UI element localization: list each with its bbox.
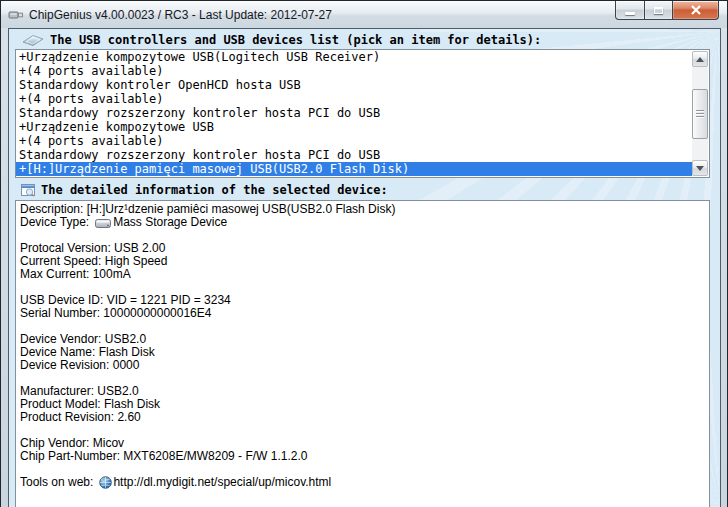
detail-line-blank: [20, 320, 709, 333]
list-item[interactable]: Standardowy rozszerzony kontroler hosta …: [16, 148, 692, 162]
globe-icon: [99, 476, 112, 489]
client-area: The USB controllers and USB devices list…: [8, 28, 721, 507]
arrow-up-icon: [696, 57, 704, 62]
maximize-button[interactable]: [645, 1, 673, 20]
usb-device-list[interactable]: +Urządzenie kompozytowe USB(Logitech USB…: [15, 49, 710, 178]
list-section-title: The USB controllers and USB devices list…: [50, 33, 541, 47]
detail-line-current-speed: Current Speed: High Speed: [20, 255, 709, 268]
scroll-down-button[interactable]: [692, 160, 708, 176]
detail-line-tools-on-web: Tools on web: http://dl.mydigit.net/spec: [20, 476, 709, 489]
chipgenius-window: ChipGenius v4.00.0023 / RC3 - Last Updat…: [0, 0, 728, 507]
list-section-header: The USB controllers and USB devices list…: [21, 33, 541, 47]
detail-line-device-revision: Device Revision: 0000: [20, 359, 709, 372]
detail-line-blank: [20, 281, 709, 294]
detail-line-protocol-version: Protocal Version: USB 2.00: [20, 242, 709, 255]
detail-line-blank: [20, 372, 709, 385]
minimize-icon: [625, 12, 635, 15]
minimize-button[interactable]: [615, 1, 645, 20]
scroll-up-button[interactable]: [692, 51, 708, 67]
detail-line-max-current: Max Current: 100mA: [20, 268, 709, 281]
detail-line-chip-vendor: Chip Vendor: Micov: [20, 437, 709, 450]
detail-line-blank: [20, 229, 709, 242]
maximize-icon: [654, 7, 663, 14]
list-item[interactable]: +(4 ports available): [16, 64, 692, 78]
detail-section-header: The detailed information of the selected…: [21, 183, 388, 197]
detail-line-serial-number: Serial Number: 10000000000016E4: [20, 307, 709, 320]
window-title: ChipGenius v4.00.0023 / RC3 - Last Updat…: [29, 8, 332, 22]
titlebar[interactable]: ChipGenius v4.00.0023 / RC3 - Last Updat…: [1, 1, 727, 28]
detail-line-device-name: Device Name: Flash Disk: [20, 346, 709, 359]
list-item[interactable]: +(4 ports available): [16, 92, 692, 106]
window-search-icon: [21, 184, 36, 197]
detail-line-product-revision: Product Revision: 2.60: [20, 411, 709, 424]
window-controls: [615, 1, 719, 20]
list-item[interactable]: +Urządzenie kompozytowe USB(Logitech USB…: [16, 50, 692, 64]
detail-line-blank: [20, 424, 709, 437]
detail-line-description: Description: [H:]Urz¹dzenie pamiêci maso…: [20, 203, 709, 216]
detail-line-usb-device-id: USB Device ID: VID = 1221 PID = 3234: [20, 294, 709, 307]
close-icon: [690, 1, 702, 19]
arrow-down-icon: [696, 166, 704, 171]
detail-line-chip-part-number: Chip Part-Number: MXT6208E/MW8209 - F/W …: [20, 450, 709, 463]
device-type-label: Device Type:: [20, 216, 89, 229]
detail-line-product-model: Product Model: Flash Disk: [20, 398, 709, 411]
detail-line-device-type: Device Type: Mass Storage Device: [20, 216, 709, 229]
device-details-panel: Description: [H:]Urz¹dzenie pamiêci maso…: [15, 200, 710, 507]
close-button[interactable]: [673, 1, 719, 20]
list-item[interactable]: Standardowy kontroler OpenHCD hosta USB: [16, 78, 692, 92]
detail-line-device-vendor: Device Vendor: USB2.0: [20, 333, 709, 346]
list-rows: +Urządzenie kompozytowe USB(Logitech USB…: [16, 50, 692, 177]
tools-label: Tools on web:: [20, 476, 93, 489]
list-item[interactable]: Standardowy rozszerzony kontroler hosta …: [16, 106, 692, 120]
detail-section-title: The detailed information of the selected…: [41, 183, 388, 197]
scrollbar-thumb[interactable]: [692, 89, 708, 139]
list-scrollbar[interactable]: [692, 51, 708, 176]
usb-stick-icon[interactable]: [8, 6, 24, 24]
tools-url[interactable]: http://dl.mydigit.net/special/up/micov.h…: [113, 476, 331, 489]
scrollbar-grip: [696, 110, 704, 119]
drive-icon: [95, 217, 112, 229]
device-type-value: Mass Storage Device: [113, 216, 227, 229]
list-item[interactable]: +Urządzenie kompozytowe USB: [16, 120, 692, 134]
list-item[interactable]: +(4 ports available): [16, 134, 692, 148]
detail-line-blank: [20, 463, 709, 476]
list-item-selected[interactable]: +[H:]Urządzenie pamięci masowej USB(USB2…: [16, 162, 692, 176]
usb-plug-icon: [21, 33, 45, 47]
detail-line-manufacturer: Manufacturer: USB2.0: [20, 385, 709, 398]
